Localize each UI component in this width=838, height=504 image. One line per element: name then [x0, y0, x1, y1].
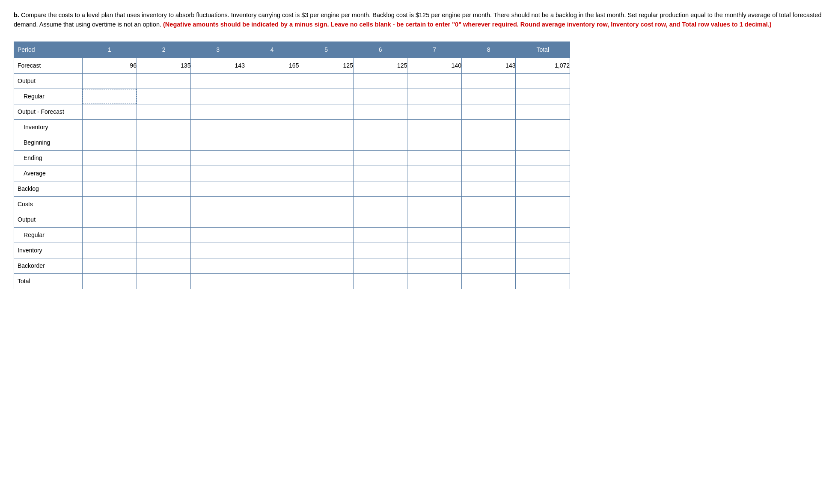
- input-cell-average-6[interactable]: [353, 166, 407, 181]
- input-cell-average-9[interactable]: [516, 166, 570, 181]
- input-field[interactable]: [299, 181, 353, 196]
- input-field[interactable]: [299, 89, 353, 104]
- input-cell-regular-5[interactable]: [299, 89, 354, 104]
- input-cell-regular-1[interactable]: [83, 227, 137, 243]
- input-cell-regular-3[interactable]: [191, 89, 245, 104]
- input-cell-regular-2[interactable]: [137, 89, 191, 104]
- input-field[interactable]: [299, 258, 353, 273]
- input-field[interactable]: [191, 89, 245, 104]
- input-field[interactable]: [245, 104, 299, 119]
- input-cell-output---forecast-3[interactable]: [191, 104, 245, 119]
- input-field[interactable]: [245, 181, 299, 196]
- input-cell-total-6[interactable]: [353, 273, 407, 289]
- input-field[interactable]: [407, 89, 461, 104]
- input-cell-regular-6[interactable]: [353, 227, 407, 243]
- input-field[interactable]: [354, 89, 407, 104]
- input-field[interactable]: [407, 166, 461, 181]
- input-cell-ending-8[interactable]: [461, 150, 516, 166]
- input-field[interactable]: [137, 166, 191, 181]
- input-cell-regular-4[interactable]: [245, 89, 299, 104]
- input-cell-regular-8[interactable]: [461, 227, 516, 243]
- input-field[interactable]: [137, 89, 191, 104]
- input-field[interactable]: [299, 243, 353, 258]
- input-field[interactable]: [354, 274, 407, 289]
- input-field[interactable]: [354, 258, 407, 273]
- input-field[interactable]: [245, 166, 299, 181]
- input-field[interactable]: [299, 166, 353, 181]
- input-field[interactable]: [354, 228, 407, 243]
- input-field[interactable]: [191, 166, 245, 181]
- input-cell-beginning-8[interactable]: [461, 135, 516, 150]
- input-cell-backorder-2[interactable]: [137, 258, 191, 273]
- input-cell-inventory-5[interactable]: [299, 243, 354, 258]
- input-cell-beginning-1[interactable]: [83, 135, 137, 150]
- input-cell-ending-4[interactable]: [245, 150, 299, 166]
- input-field[interactable]: [516, 274, 570, 289]
- input-cell-output---forecast-2[interactable]: [137, 104, 191, 119]
- input-field[interactable]: [137, 258, 191, 273]
- input-field[interactable]: [83, 104, 137, 119]
- input-cell-ending-1[interactable]: [83, 150, 137, 166]
- input-field[interactable]: [407, 243, 461, 258]
- input-cell-regular-7[interactable]: [407, 89, 462, 104]
- input-cell-backlog-5[interactable]: [299, 181, 354, 196]
- input-field[interactable]: [354, 181, 407, 196]
- input-field[interactable]: [462, 258, 516, 273]
- input-cell-beginning-3[interactable]: [191, 135, 245, 150]
- input-field[interactable]: [516, 166, 570, 181]
- input-field[interactable]: [354, 151, 407, 166]
- input-field[interactable]: [137, 104, 191, 119]
- input-cell-regular-9[interactable]: [516, 89, 570, 104]
- input-cell-backlog-9[interactable]: [516, 181, 570, 196]
- input-field[interactable]: [462, 135, 516, 150]
- input-field[interactable]: [516, 258, 570, 273]
- input-cell-regular-2[interactable]: [137, 227, 191, 243]
- input-cell-regular-5[interactable]: [299, 227, 354, 243]
- input-cell-average-5[interactable]: [299, 166, 354, 181]
- input-field[interactable]: [191, 274, 245, 289]
- input-cell-total-4[interactable]: [245, 273, 299, 289]
- input-field[interactable]: [245, 151, 299, 166]
- input-field[interactable]: [83, 243, 137, 258]
- input-cell-backlog-3[interactable]: [191, 181, 245, 196]
- input-cell-ending-5[interactable]: [299, 150, 354, 166]
- input-field[interactable]: [137, 274, 191, 289]
- input-cell-regular-9[interactable]: [516, 227, 570, 243]
- input-field[interactable]: [299, 228, 353, 243]
- input-field[interactable]: [462, 243, 516, 258]
- input-cell-backlog-4[interactable]: [245, 181, 299, 196]
- input-cell-backorder-1[interactable]: [83, 258, 137, 273]
- input-cell-total-1[interactable]: [83, 273, 137, 289]
- input-cell-backorder-4[interactable]: [245, 258, 299, 273]
- input-field[interactable]: [299, 135, 353, 150]
- input-cell-beginning-7[interactable]: [407, 135, 462, 150]
- input-field[interactable]: [191, 228, 245, 243]
- input-cell-total-3[interactable]: [191, 273, 245, 289]
- input-field[interactable]: [83, 258, 137, 273]
- input-cell-average-7[interactable]: [407, 166, 462, 181]
- input-cell-backlog-1[interactable]: [83, 181, 137, 196]
- input-field[interactable]: [516, 104, 570, 119]
- input-field[interactable]: [516, 243, 570, 258]
- input-field[interactable]: [407, 228, 461, 243]
- input-cell-ending-3[interactable]: [191, 150, 245, 166]
- input-cell-beginning-9[interactable]: [516, 135, 570, 150]
- input-field[interactable]: [137, 243, 191, 258]
- input-field[interactable]: [83, 228, 137, 243]
- input-cell-output---forecast-7[interactable]: [407, 104, 462, 119]
- input-cell-backorder-6[interactable]: [353, 258, 407, 273]
- input-field[interactable]: [245, 228, 299, 243]
- input-field[interactable]: [83, 89, 137, 104]
- input-field[interactable]: [407, 104, 461, 119]
- input-cell-regular-3[interactable]: [191, 227, 245, 243]
- input-cell-ending-2[interactable]: [137, 150, 191, 166]
- input-cell-backorder-5[interactable]: [299, 258, 354, 273]
- input-cell-backlog-6[interactable]: [353, 181, 407, 196]
- input-cell-backlog-7[interactable]: [407, 181, 462, 196]
- input-field[interactable]: [462, 166, 516, 181]
- input-cell-total-5[interactable]: [299, 273, 354, 289]
- input-field[interactable]: [462, 89, 516, 104]
- input-field[interactable]: [191, 243, 245, 258]
- input-field[interactable]: [83, 151, 137, 166]
- input-field[interactable]: [462, 181, 516, 196]
